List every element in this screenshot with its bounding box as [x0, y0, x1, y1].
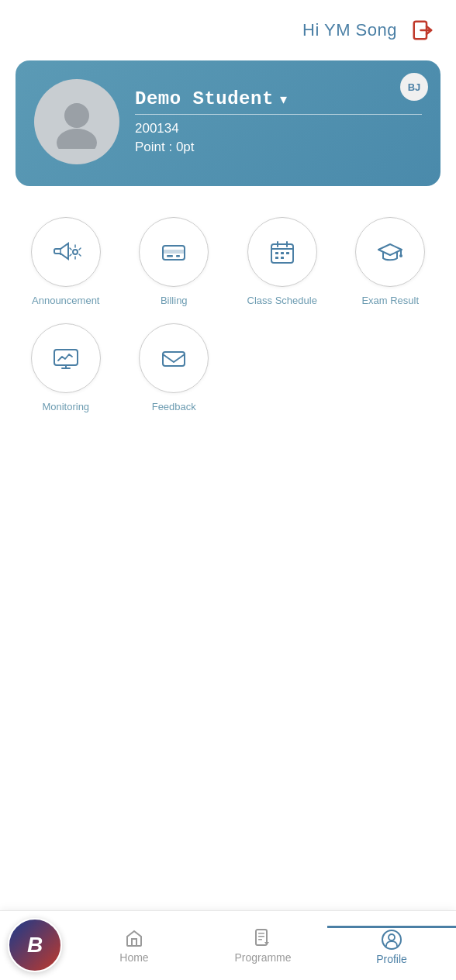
- svg-rect-20: [258, 939, 262, 940]
- svg-rect-10: [281, 252, 284, 254]
- svg-rect-6: [167, 255, 173, 257]
- announcement-label: Announcement: [32, 295, 99, 308]
- exam-result-label: Exam Result: [361, 295, 419, 308]
- monitoring-label: Monitoring: [42, 401, 89, 414]
- logout-button[interactable]: [408, 16, 437, 45]
- exam-result-circle: [355, 217, 425, 287]
- profile-nav-icon: [382, 930, 402, 950]
- profile-label: Profile: [376, 953, 407, 965]
- profile-points: Point : 0pt: [135, 140, 422, 155]
- svg-rect-5: [163, 250, 185, 254]
- profile-card: Demo Student ▾ 200134 Point : 0pt BJ: [16, 60, 440, 186]
- graduation-cap-icon: [374, 236, 406, 268]
- billing-circle: [139, 217, 209, 287]
- svg-point-3: [73, 250, 78, 254]
- class-schedule-circle: [247, 217, 317, 287]
- menu-item-announcement[interactable]: Announcement: [16, 217, 116, 308]
- logo-circle: B: [8, 918, 62, 972]
- envelope-icon: [157, 342, 190, 374]
- home-icon: [124, 928, 144, 948]
- programme-icon: [253, 928, 273, 948]
- bj-badge: BJ: [400, 73, 428, 101]
- billing-label: Billing: [161, 295, 188, 308]
- svg-point-1: [64, 103, 89, 128]
- menu-item-feedback[interactable]: Feedback: [124, 323, 225, 414]
- svg-point-14: [399, 254, 402, 257]
- profile-info: Demo Student ▾ 200134 Point : 0pt: [135, 88, 422, 155]
- profile-icon: [385, 933, 399, 947]
- header: Hi YM Song: [0, 0, 456, 53]
- nav-item-home[interactable]: Home: [70, 928, 199, 964]
- svg-rect-19: [258, 936, 264, 937]
- svg-rect-7: [176, 255, 180, 257]
- feedback-label: Feedback: [152, 401, 196, 414]
- menu-item-exam-result[interactable]: Exam Result: [340, 217, 441, 308]
- menu-item-billing[interactable]: Billing: [124, 217, 225, 308]
- feedback-circle: [139, 323, 209, 393]
- home-label: Home: [119, 951, 148, 964]
- menu-item-class-schedule[interactable]: Class Schedule: [232, 217, 333, 308]
- svg-rect-16: [163, 352, 185, 366]
- logo-text: B: [27, 933, 43, 958]
- menu-row-2: Monitoring Feedback: [0, 323, 456, 414]
- nav-item-programme[interactable]: Programme: [199, 928, 327, 964]
- profile-name: Demo Student: [135, 88, 274, 109]
- svg-rect-18: [258, 933, 264, 934]
- avatar: [34, 79, 119, 164]
- chevron-down-icon: ▾: [280, 91, 287, 108]
- svg-rect-13: [281, 257, 284, 259]
- svg-point-2: [57, 129, 97, 149]
- bottom-nav: B Home Programme Profile: [0, 910, 456, 980]
- svg-rect-9: [275, 252, 278, 254]
- class-schedule-label: Class Schedule: [247, 295, 317, 308]
- megaphone-icon: [50, 236, 82, 268]
- monitor-icon: [50, 342, 82, 374]
- nav-item-profile[interactable]: Profile: [327, 926, 456, 965]
- programme-label: Programme: [234, 951, 291, 964]
- svg-rect-11: [286, 252, 289, 254]
- student-id: 200134: [135, 121, 422, 136]
- greeting-text: Hi YM Song: [302, 20, 397, 40]
- announcement-circle: [31, 217, 101, 287]
- monitoring-circle: [31, 323, 101, 393]
- logout-icon: [411, 19, 434, 42]
- svg-rect-12: [275, 257, 278, 259]
- calendar-icon: [266, 236, 299, 268]
- profile-name-row[interactable]: Demo Student ▾: [135, 88, 422, 115]
- avatar-icon: [50, 95, 104, 149]
- menu-item-monitoring[interactable]: Monitoring: [16, 323, 116, 414]
- svg-point-21: [389, 934, 395, 940]
- logo: B: [8, 918, 62, 972]
- billing-icon: [157, 236, 190, 268]
- menu-row-1: Announcement Billing: [0, 209, 456, 316]
